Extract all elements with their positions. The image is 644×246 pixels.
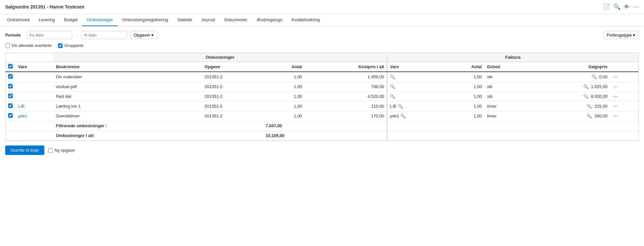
col-enhed-header: Enhed xyxy=(485,62,532,72)
beskrivelse-cell: Lærling trin 1 xyxy=(53,101,202,111)
row-more-icon[interactable]: ⋯ xyxy=(613,74,618,80)
opgave-cell: 201351-2 xyxy=(202,92,263,101)
antal-cell: 1,00 xyxy=(263,111,305,121)
tab-dokumenter[interactable]: Dokumenter xyxy=(220,14,252,26)
row-more-cell[interactable]: ⋯ xyxy=(610,92,638,101)
vare-link[interactable]: yde1 xyxy=(18,114,27,118)
col-salgspris-header: Salgspris xyxy=(532,62,610,72)
salgspris-cell: 🔍 390,00 xyxy=(532,111,610,121)
vare-fak-cell: yde1 🔍 xyxy=(387,111,443,121)
salgspris-cell: 🔍 1.025,00 xyxy=(532,82,610,92)
col-select-all[interactable] xyxy=(6,62,15,72)
vare-fak-search-icon[interactable]: 🔍 xyxy=(400,114,406,118)
kostpris-cell: 4.520,00 xyxy=(305,92,387,101)
salgspris-search-icon[interactable]: 🔍 xyxy=(592,74,597,79)
antal-fak-cell: 1,00 xyxy=(443,92,485,101)
grupperet-checkbox[interactable] xyxy=(58,43,63,48)
vis-allerede-overforte-checkbox[interactable] xyxy=(5,43,10,48)
row-more-icon[interactable]: ⋯ xyxy=(613,103,618,109)
row-more-cell[interactable]: ⋯ xyxy=(610,101,638,111)
tab-ordrehoved[interactable]: Ordrehoved xyxy=(3,14,34,26)
costs-table: Omkostninger Faktura Vare Beskrivelse Op… xyxy=(6,53,638,141)
row-checkbox-cell[interactable] xyxy=(6,111,15,121)
row-more-icon[interactable]: ⋯ xyxy=(613,94,618,99)
til-dato-input[interactable] xyxy=(81,31,127,39)
ny-opgave-label[interactable]: Ny opgave xyxy=(48,148,75,153)
tab-levering[interactable]: Levering xyxy=(34,14,60,26)
opgaver-dropdown[interactable]: Opgaver ▾ xyxy=(130,31,157,39)
date-separator: - xyxy=(75,33,78,38)
vare-fak-search-icon[interactable]: 🔍 xyxy=(390,84,395,89)
row-more-icon[interactable]: ⋯ xyxy=(613,84,618,89)
tab-aendringslogs[interactable]: Ændringslogs xyxy=(252,14,287,26)
salgspris-search-icon[interactable]: 🔍 xyxy=(587,104,592,109)
row-checkbox-cell[interactable] xyxy=(6,72,15,82)
col-opgave-header: Opgave xyxy=(202,62,263,72)
row-checkbox-cell[interactable] xyxy=(6,92,15,101)
vare-fak-search-icon[interactable]: 🔍 xyxy=(390,94,395,99)
document-icon[interactable]: 📄 xyxy=(603,3,610,10)
vare-fak-cell: 🔍 xyxy=(387,82,443,92)
vare-fak-text: LÆ xyxy=(390,104,397,109)
search-doc-icon[interactable]: 🔍 xyxy=(613,3,621,10)
salgspris-cell: 🔍 0,00 xyxy=(532,72,610,82)
beskrivelse-cell: Rød dør xyxy=(53,92,202,101)
opgave-text: 201351-2 xyxy=(204,74,222,79)
overfor-til-linjer-button[interactable]: Overfør til linjer xyxy=(5,146,44,155)
title-bar-icons: 📄 🔍 👁 ⋯ xyxy=(603,3,639,10)
row-more-cell[interactable]: ⋯ xyxy=(610,111,638,121)
row-more-cell[interactable]: ⋯ xyxy=(610,82,638,92)
salgspris-search-icon[interactable]: 🔍 xyxy=(583,84,589,89)
select-all-checkbox[interactable] xyxy=(8,64,13,69)
tab-journal[interactable]: Journal xyxy=(197,14,220,26)
row-checkbox-cell[interactable] xyxy=(6,101,15,111)
row-more-cell[interactable]: ⋯ xyxy=(610,72,638,82)
vare-fak-search-icon[interactable]: 🔍 xyxy=(398,104,403,109)
row-checkbox[interactable] xyxy=(8,113,13,118)
forbrugstype-dropdown[interactable]: Forbrugstype ▾ xyxy=(603,31,639,39)
vis-allerede-overforte-label[interactable]: Vis allerede overførte xyxy=(5,43,52,48)
antal-fak-cell: 1,00 xyxy=(443,111,485,121)
ny-opgave-checkbox[interactable] xyxy=(48,148,53,153)
footer-row: Overfør til linjer Ny opgave xyxy=(5,141,639,156)
fra-dato-input[interactable] xyxy=(26,31,72,39)
tab-omkostningsregistrering[interactable]: Omkostningsregistrering xyxy=(118,14,173,26)
row-checkbox[interactable] xyxy=(8,94,13,98)
salgspris-search-icon[interactable]: 🔍 xyxy=(583,94,589,99)
ny-opgave-text: Ny opgave xyxy=(54,148,75,153)
antal-fak-text: 1,00 xyxy=(474,94,482,99)
period-label: Periode xyxy=(5,33,23,38)
tab-omkostninger[interactable]: Omkostninger xyxy=(82,14,118,26)
grupperet-text: Grupperet xyxy=(64,43,83,48)
tab-budget[interactable]: Budget xyxy=(60,14,82,26)
table-row: Div materialer 201351-2 1,00 1.459,00 🔍 … xyxy=(6,72,638,82)
kostpris-text: 788,00 xyxy=(371,84,384,89)
tab-statistik[interactable]: Statistik xyxy=(173,14,197,26)
kostpris-cell: 1.459,00 xyxy=(305,72,387,82)
row-checkbox[interactable] xyxy=(8,103,13,108)
salgspris-text: 0,00 xyxy=(599,74,607,79)
salgspris-text: 390,00 xyxy=(594,114,607,118)
enhed-text: timer xyxy=(487,114,497,118)
table-row: LÆ Lærling trin 1 201351-2 1,00 110,00 L… xyxy=(6,101,638,111)
filtered-summary-row: Filtrerede omkostninger : 7.047,00 xyxy=(6,121,638,131)
page-title: Salgsordre 201351 - Hanne Testesen xyxy=(5,4,84,9)
row-more-icon[interactable]: ⋯ xyxy=(613,113,618,119)
beskrivelse-cell: Svendetimer xyxy=(53,111,202,121)
row-checkbox-cell[interactable] xyxy=(6,82,15,92)
col-beskrivelse-header: Beskrivelse xyxy=(53,62,202,72)
opgave-text: 201351-2 xyxy=(204,104,222,109)
eye-icon[interactable]: 👁 xyxy=(624,4,630,10)
tab-kvalitetssikring[interactable]: Kvalitetssikring xyxy=(287,14,324,26)
enhed-text: timer xyxy=(487,104,497,109)
antal-cell: 1,00 xyxy=(263,92,305,101)
vare-fak-search-icon[interactable]: 🔍 xyxy=(390,74,395,79)
row-checkbox[interactable] xyxy=(8,74,13,79)
more-options-icon[interactable]: ⋯ xyxy=(633,3,639,10)
salgspris-text: 225,00 xyxy=(594,104,607,109)
grupperet-label[interactable]: Grupperet xyxy=(58,43,83,48)
enhed-text: stk xyxy=(487,84,493,89)
salgspris-search-icon[interactable]: 🔍 xyxy=(587,114,592,118)
vare-link[interactable]: LÆ xyxy=(18,104,24,109)
row-checkbox[interactable] xyxy=(8,84,13,88)
